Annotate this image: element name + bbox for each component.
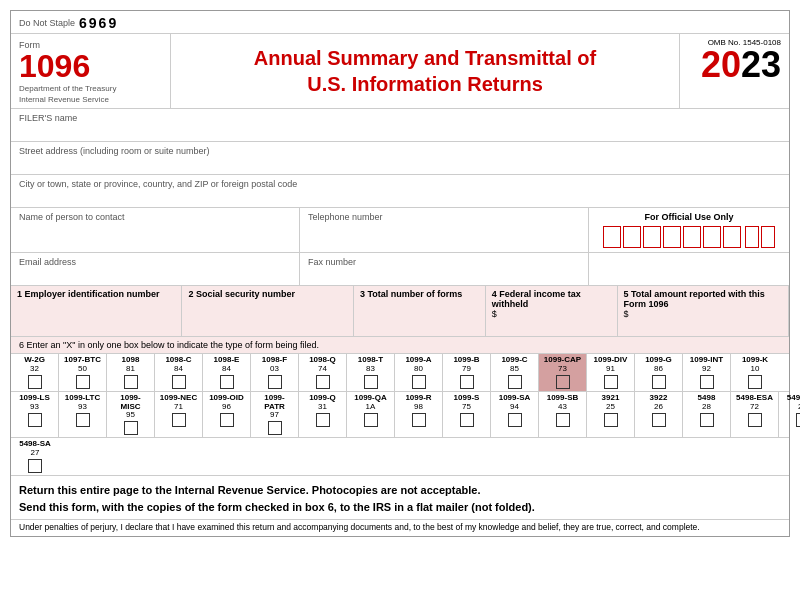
- checkbox-cell-1099-ls: 1099-LS93: [11, 392, 59, 438]
- cb-number: 85: [510, 365, 519, 373]
- official-box-2: [623, 226, 641, 248]
- official-box-s2: [761, 226, 775, 248]
- cb-number: 83: [366, 365, 375, 373]
- checkbox-box[interactable]: [508, 413, 522, 427]
- checkbox-box[interactable]: [652, 375, 666, 389]
- checkbox-cell-1098-c: 1098-C84: [155, 354, 203, 391]
- checkbox-cell-1098: 109881: [107, 354, 155, 391]
- checkbox-box[interactable]: [460, 413, 474, 427]
- field4-label: 4 Federal income tax withheld: [492, 289, 581, 309]
- main-title-block: Annual Summary and Transmittal of U.S. I…: [171, 34, 679, 108]
- cb-number: 73: [558, 365, 567, 373]
- checkbox-box[interactable]: [412, 413, 426, 427]
- checkbox-box[interactable]: [220, 375, 234, 389]
- checkbox-box[interactable]: [556, 413, 570, 427]
- field1-value[interactable]: [17, 299, 175, 313]
- checkbox-box[interactable]: [412, 375, 426, 389]
- cb-number: 71: [174, 403, 183, 411]
- checkbox-cell-1099-s: 1099-S75: [443, 392, 491, 438]
- form-page: Do Not Staple 6969 Form 1096 Department …: [10, 10, 790, 537]
- checkbox-box[interactable]: [268, 421, 282, 435]
- checkbox-box[interactable]: [124, 375, 138, 389]
- contact-value[interactable]: [19, 222, 291, 236]
- checkbox-box[interactable]: [796, 413, 800, 427]
- telephone-value[interactable]: [308, 222, 580, 236]
- checkbox-cell-1099-oid: 1099-OID96: [203, 392, 251, 438]
- checkbox-box[interactable]: [364, 413, 378, 427]
- cb-number: 94: [510, 403, 519, 411]
- form-number: 1096: [19, 50, 162, 82]
- footer-bold-line2: Send this form, with the copies of the f…: [19, 499, 781, 516]
- checkbox-cell-3922: 392226: [635, 392, 683, 438]
- cb-number: 28: [702, 403, 711, 411]
- numbers-row: 1 Employer identification number 2 Socia…: [11, 286, 789, 337]
- checkbox-box[interactable]: [700, 413, 714, 427]
- cb-number: 27: [31, 449, 40, 457]
- official-use-label: For Official Use Only: [644, 212, 733, 222]
- dept-line1: Department of the Treasury: [19, 84, 162, 93]
- checkbox-box[interactable]: [748, 413, 762, 427]
- cb-number: 74: [318, 365, 327, 373]
- checkbox-cell-1097-btc: 1097-BTC50: [59, 354, 107, 391]
- checkbox-box[interactable]: [220, 413, 234, 427]
- official-box-7: [723, 226, 741, 248]
- checkbox-box[interactable]: [268, 375, 282, 389]
- checkbox-box[interactable]: [508, 375, 522, 389]
- checkbox-box[interactable]: [364, 375, 378, 389]
- checkbox-box[interactable]: [652, 413, 666, 427]
- field2-value[interactable]: [188, 299, 346, 313]
- checkbox-box[interactable]: [604, 413, 618, 427]
- filer-name-value[interactable]: [19, 123, 781, 137]
- city-value[interactable]: [19, 189, 781, 203]
- field5-value[interactable]: [624, 319, 782, 333]
- telephone-label: Telephone number: [308, 212, 580, 222]
- contact-row: Name of person to contact Telephone numb…: [11, 208, 789, 253]
- checkbox-box[interactable]: [700, 375, 714, 389]
- checkbox-box[interactable]: [316, 375, 330, 389]
- checkbox-box[interactable]: [604, 375, 618, 389]
- cb-number: 92: [702, 365, 711, 373]
- fax-section: Fax number: [300, 253, 589, 285]
- checkbox-box[interactable]: [556, 375, 570, 389]
- cb-number: 10: [751, 365, 760, 373]
- checkbox-cell-w-2g: W-2G32: [11, 354, 59, 391]
- checkbox-box[interactable]: [124, 421, 138, 435]
- checkbox-cell-1099-b: 1099-B79: [443, 354, 491, 391]
- street-value[interactable]: [19, 156, 781, 170]
- email-label: Email address: [19, 257, 291, 267]
- footer-normal: Under penalties of perjury, I declare th…: [11, 519, 789, 536]
- filer-name-section: FILER'S name: [11, 109, 789, 142]
- checkbox-box[interactable]: [460, 375, 474, 389]
- checkbox-box[interactable]: [76, 375, 90, 389]
- cb-number: 43: [558, 403, 567, 411]
- official-boxes-side: [745, 226, 775, 248]
- checkbox-cell-1099-qa: 1099-QA1A: [347, 392, 395, 438]
- checkbox-box[interactable]: [28, 375, 42, 389]
- cb-number: 98: [414, 403, 423, 411]
- checkbox-box[interactable]: [316, 413, 330, 427]
- official-box-1: [603, 226, 621, 248]
- fax-label: Fax number: [308, 257, 580, 267]
- checkbox-cell-5498-sa: 5498-SA27: [11, 438, 59, 475]
- dept-line2: Internal Revenue Service: [19, 95, 162, 104]
- fax-value[interactable]: [308, 267, 580, 281]
- checkbox-box[interactable]: [28, 413, 42, 427]
- checkbox-box[interactable]: [172, 375, 186, 389]
- field4-value[interactable]: [492, 319, 611, 333]
- checkbox-grid: W-2G321097-BTC501098811098-C841098-E8410…: [11, 354, 789, 476]
- checkbox-box[interactable]: [28, 459, 42, 473]
- checkbox-box[interactable]: [172, 413, 186, 427]
- header-row: Form 1096 Department of the Treasury Int…: [11, 34, 789, 109]
- checkbox-cell-1098-t: 1098-T83: [347, 354, 395, 391]
- street-address-section: Street address (including room or suite …: [11, 142, 789, 175]
- instruction-row: 6 Enter an "X" in only one box below to …: [11, 337, 789, 354]
- checkbox-cell-1099-patr: 1099-PATR97: [251, 392, 299, 438]
- checkbox-box[interactable]: [748, 375, 762, 389]
- checkbox-box[interactable]: [76, 413, 90, 427]
- official-use-boxes: [603, 226, 775, 248]
- email-value[interactable]: [19, 267, 291, 281]
- email-row: Email address Fax number: [11, 253, 789, 286]
- checkbox-cell-1099-g: 1099-G86: [635, 354, 683, 391]
- field3-value[interactable]: [360, 299, 479, 313]
- checkbox-cell-5498-qa: 5498-QA2A: [779, 392, 800, 438]
